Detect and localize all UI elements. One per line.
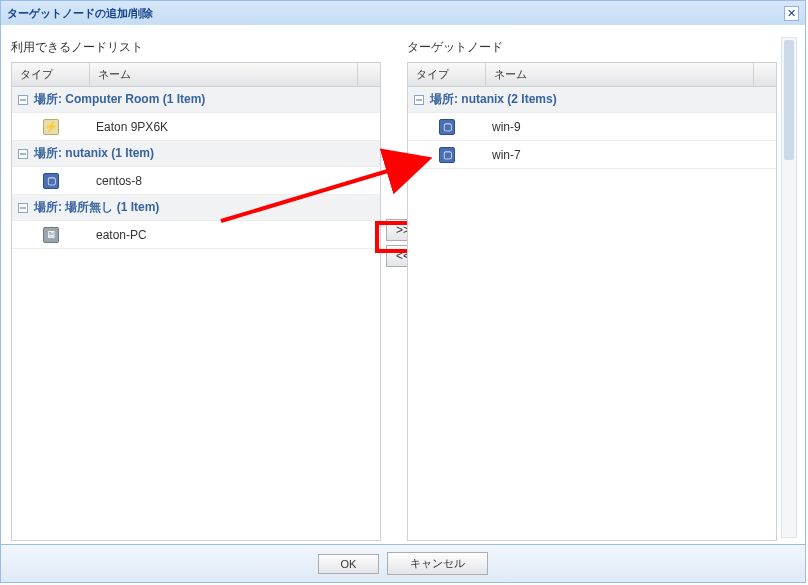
collapse-icon[interactable] xyxy=(414,95,424,105)
available-title: 利用できるノードリスト xyxy=(11,39,381,56)
footer: OK キャンセル xyxy=(1,544,805,582)
grid-header: タイプ ネーム xyxy=(12,63,380,87)
close-icon: ✕ xyxy=(787,7,796,20)
list-item[interactable]: ▢centos-8 xyxy=(12,167,380,195)
ok-button[interactable]: OK xyxy=(318,554,380,574)
dialog: ターゲットノードの追加/削除 ✕ 利用できるノードリスト タイプ ネーム 場所:… xyxy=(0,0,806,583)
group-label: 場所: Computer Room (1 Item) xyxy=(34,91,205,108)
target-grid[interactable]: タイプ ネーム 場所: nutanix (2 Items)▢win-9▢win-… xyxy=(407,62,777,541)
scrollbar[interactable] xyxy=(781,37,797,538)
collapse-icon[interactable] xyxy=(18,203,28,213)
collapse-icon[interactable] xyxy=(18,149,28,159)
node-name: eaton-PC xyxy=(90,228,380,242)
node-type-icon: ▢ xyxy=(408,119,486,135)
node-name: Eaton 9PX6K xyxy=(90,120,380,134)
target-panel: ターゲットノード タイプ ネーム 場所: nutanix (2 Items)▢w… xyxy=(407,39,777,540)
node-name: win-9 xyxy=(486,120,776,134)
group-label: 場所: 場所無し (1 Item) xyxy=(34,199,159,216)
node-name: win-7 xyxy=(486,148,776,162)
collapse-icon[interactable] xyxy=(18,95,28,105)
list-item[interactable]: ⚡Eaton 9PX6K xyxy=(12,113,380,141)
title-bar: ターゲットノードの追加/削除 ✕ xyxy=(1,1,805,25)
grid-header: タイプ ネーム xyxy=(408,63,776,87)
body: 利用できるノードリスト タイプ ネーム 場所: Computer Room (1… xyxy=(1,25,805,544)
col-type[interactable]: タイプ xyxy=(408,63,486,86)
target-title: ターゲットノード xyxy=(407,39,777,56)
group-row[interactable]: 場所: nutanix (2 Items) xyxy=(408,87,776,113)
group-label: 場所: nutanix (1 Item) xyxy=(34,145,154,162)
node-type-icon: ▢ xyxy=(408,147,486,163)
group-row[interactable]: 場所: 場所無し (1 Item) xyxy=(12,195,380,221)
group-label: 場所: nutanix (2 Items) xyxy=(430,91,557,108)
col-type[interactable]: タイプ xyxy=(12,63,90,86)
col-name[interactable]: ネーム xyxy=(486,63,754,86)
list-item[interactable]: 🖥eaton-PC xyxy=(12,221,380,249)
available-panel: 利用できるノードリスト タイプ ネーム 場所: Computer Room (1… xyxy=(11,39,381,540)
node-type-icon: ▢ xyxy=(12,173,90,189)
available-grid[interactable]: タイプ ネーム 場所: Computer Room (1 Item)⚡Eaton… xyxy=(11,62,381,541)
scrollbar-thumb[interactable] xyxy=(784,40,794,160)
list-item[interactable]: ▢win-7 xyxy=(408,141,776,169)
col-spacer xyxy=(754,63,776,86)
close-button[interactable]: ✕ xyxy=(784,6,799,21)
group-row[interactable]: 場所: nutanix (1 Item) xyxy=(12,141,380,167)
group-row[interactable]: 場所: Computer Room (1 Item) xyxy=(12,87,380,113)
list-item[interactable]: ▢win-9 xyxy=(408,113,776,141)
node-type-icon: ⚡ xyxy=(12,119,90,135)
cancel-button[interactable]: キャンセル xyxy=(387,552,488,575)
col-name[interactable]: ネーム xyxy=(90,63,358,86)
node-name: centos-8 xyxy=(90,174,380,188)
node-type-icon: 🖥 xyxy=(12,227,90,243)
dialog-title: ターゲットノードの追加/削除 xyxy=(7,6,153,21)
col-spacer xyxy=(358,63,380,86)
